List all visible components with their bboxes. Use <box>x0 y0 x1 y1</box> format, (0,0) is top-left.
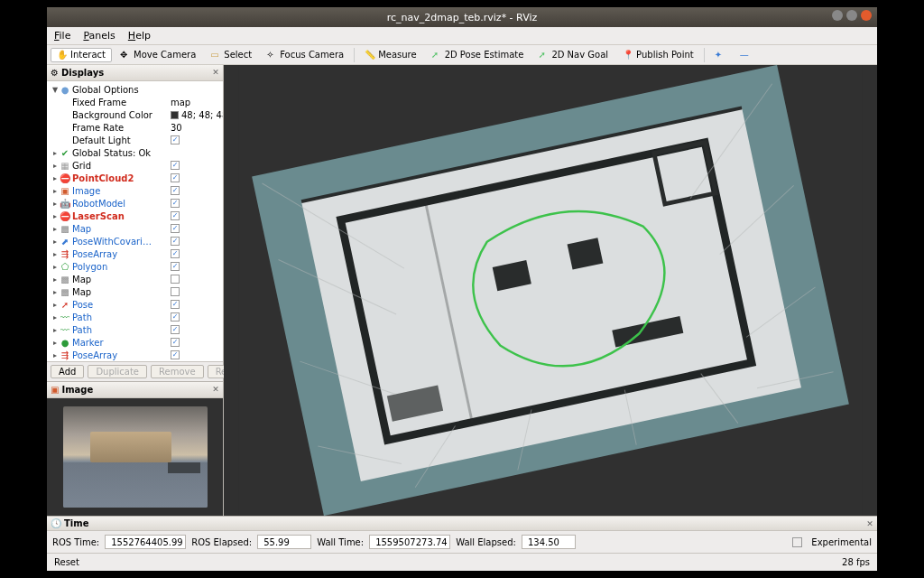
toolbar-separator <box>704 48 705 62</box>
reset-button[interactable]: Reset <box>54 557 79 567</box>
checkbox[interactable]: ✓ <box>171 186 180 195</box>
tree-item-pose[interactable]: ▸➚Pose✓ <box>47 298 223 311</box>
image-icon: ▣ <box>51 385 59 395</box>
minus-icon: — <box>740 50 751 61</box>
arrow-icon: ➚ <box>538 50 549 61</box>
robot-icon: 🤖 <box>60 199 70 208</box>
checkbox[interactable]: ✓ <box>171 262 180 271</box>
tree-item-image[interactable]: ▸▣Image✓ <box>47 184 223 197</box>
wall-time-field[interactable]: 1559507273.74 <box>369 535 450 549</box>
time-panel-header[interactable]: 🕓 Time ✕ <box>47 517 877 531</box>
titlebar: rc_nav_2dmap_teb.rviz* - RViz <box>47 7 877 27</box>
checkbox[interactable]: ✓ <box>171 350 180 359</box>
displays-panel-header[interactable]: ⚙ Displays ✕ <box>47 65 223 81</box>
plus-icon: ✦ <box>715 50 725 61</box>
close-panel-icon[interactable]: ✕ <box>210 384 221 395</box>
close-panel-icon[interactable]: ✕ <box>864 518 875 529</box>
ros-elapsed-label: ROS Elapsed: <box>191 537 252 547</box>
move-camera-button[interactable]: ✥Move Camera <box>114 48 202 62</box>
tree-item-map2[interactable]: ▸▩Map <box>47 273 223 285</box>
add-button[interactable]: Add <box>51 365 84 378</box>
checkbox[interactable]: ✓ <box>171 312 180 322</box>
tree-item-posecov[interactable]: ▸⬈PoseWithCovari…✓ <box>47 235 223 247</box>
maximize-button[interactable] <box>846 10 857 21</box>
tree-item-laserscan[interactable]: ▸⛔LaserScan✓ <box>47 210 223 222</box>
pin-icon: 📍 <box>623 50 633 61</box>
arrow-icon: ➚ <box>60 300 70 309</box>
checkbox[interactable]: ✓ <box>171 300 180 309</box>
nav-goal-button[interactable]: ➚2D Nav Goal <box>531 48 614 62</box>
tree-item-global-options[interactable]: ▼●Global Options <box>47 83 223 96</box>
menubar: File Panels Help <box>47 27 877 45</box>
check-icon: ✔ <box>60 148 70 157</box>
interact-button[interactable]: ✋Interact <box>51 48 112 62</box>
experimental-label: Experimental <box>811 537 872 547</box>
tree-item-map1[interactable]: ▸▩Map✓ <box>47 222 223 235</box>
minimize-button[interactable] <box>832 10 843 21</box>
tree-item-path2[interactable]: ▸〰Path✓ <box>47 323 223 336</box>
checkbox[interactable] <box>171 287 180 296</box>
checkbox[interactable]: ✓ <box>171 211 180 220</box>
3d-viewport[interactable] <box>224 65 877 516</box>
tree-item-global-status[interactable]: ▸✔Global Status: Ok <box>47 146 223 159</box>
menu-file[interactable]: File <box>54 30 70 42</box>
select-button[interactable]: ▭Select <box>204 48 258 62</box>
menu-panels[interactable]: Panels <box>83 30 115 42</box>
window-title: rc_nav_2dmap_teb.rviz* - RViz <box>387 12 538 23</box>
ros-time-field[interactable]: 1552764405.99 <box>105 535 186 549</box>
experimental-checkbox[interactable] <box>792 537 802 547</box>
marker-icon: ● <box>60 338 70 347</box>
pose-estimate-button[interactable]: ➚2D Pose Estimate <box>425 48 531 62</box>
checkbox[interactable]: ✓ <box>171 199 180 208</box>
ros-elapsed-field[interactable]: 55.99 <box>257 535 311 549</box>
pose-icon: ⬈ <box>60 237 70 246</box>
duplicate-button[interactable]: Duplicate <box>88 365 147 378</box>
checkbox[interactable]: ✓ <box>171 249 180 258</box>
tree-item-frame-rate[interactable]: Frame Rate30 <box>47 121 223 134</box>
checkbox[interactable]: ✓ <box>171 173 180 182</box>
checkbox[interactable]: ✓ <box>171 224 180 233</box>
polygon-icon: ⬠ <box>60 262 70 271</box>
map-icon: ▩ <box>60 224 70 233</box>
left-sidebar: ⚙ Displays ✕ ▼●Global Options Fixed Fram… <box>47 65 224 516</box>
map-icon: ▩ <box>60 287 70 296</box>
tree-item-bg-color[interactable]: Background Color48; 48; 48 <box>47 108 223 121</box>
image-panel-header[interactable]: ▣ Image ✕ <box>47 382 223 398</box>
add-tool-button[interactable]: ✦ <box>708 48 732 62</box>
remove-tool-button[interactable]: — <box>734 48 757 62</box>
wall-elapsed-field[interactable]: 134.50 <box>522 535 576 549</box>
remove-button[interactable]: Remove <box>151 365 204 378</box>
tree-item-default-light[interactable]: Default Light✓ <box>47 134 223 146</box>
checkbox[interactable]: ✓ <box>171 135 180 144</box>
image-icon: ▣ <box>60 186 70 195</box>
tree-item-marker[interactable]: ▸●Marker✓ <box>47 336 223 349</box>
checkbox[interactable] <box>171 275 180 284</box>
tree-item-polygon[interactable]: ▸⬠Polygon✓ <box>47 260 223 273</box>
checkbox[interactable]: ✓ <box>171 338 180 347</box>
tree-item-posearray1[interactable]: ▸⇶PoseArray✓ <box>47 247 223 260</box>
tree-item-fixed-frame[interactable]: Fixed Framemap <box>47 96 223 108</box>
toolbar: ✋Interact ✥Move Camera ▭Select ✧Focus Ca… <box>47 45 877 65</box>
checkbox[interactable]: ✓ <box>171 325 180 334</box>
close-button[interactable] <box>861 10 872 21</box>
wall-elapsed-label: Wall Elapsed: <box>456 537 516 547</box>
tree-item-path1[interactable]: ▸〰Path✓ <box>47 311 223 323</box>
checkbox[interactable]: ✓ <box>171 161 180 170</box>
tree-item-robotmodel[interactable]: ▸🤖RobotModel✓ <box>47 197 223 210</box>
posearray-icon: ⇶ <box>60 350 70 359</box>
error-icon: ⛔ <box>60 211 70 220</box>
focus-camera-button[interactable]: ✧Focus Camera <box>260 48 350 62</box>
tree-item-pointcloud2[interactable]: ▸⛔PointCloud2✓ <box>47 172 223 184</box>
tree-item-grid[interactable]: ▸▦Grid✓ <box>47 159 223 172</box>
checkbox[interactable]: ✓ <box>171 237 180 246</box>
measure-button[interactable]: 📏Measure <box>358 48 423 62</box>
image-viewport <box>47 398 223 516</box>
displays-tree[interactable]: ▼●Global Options Fixed Framemap Backgrou… <box>47 81 223 361</box>
tree-item-posearray2[interactable]: ▸⇶PoseArray✓ <box>47 349 223 361</box>
publish-point-button[interactable]: 📍Publish Point <box>616 48 700 62</box>
tree-item-map3[interactable]: ▸▩Map <box>47 285 223 298</box>
time-row: ROS Time: 1552764405.99 ROS Elapsed: 55.… <box>47 531 877 553</box>
menu-help[interactable]: Help <box>128 30 151 42</box>
clock-icon: 🕓 <box>51 518 61 528</box>
close-panel-icon[interactable]: ✕ <box>210 67 221 78</box>
